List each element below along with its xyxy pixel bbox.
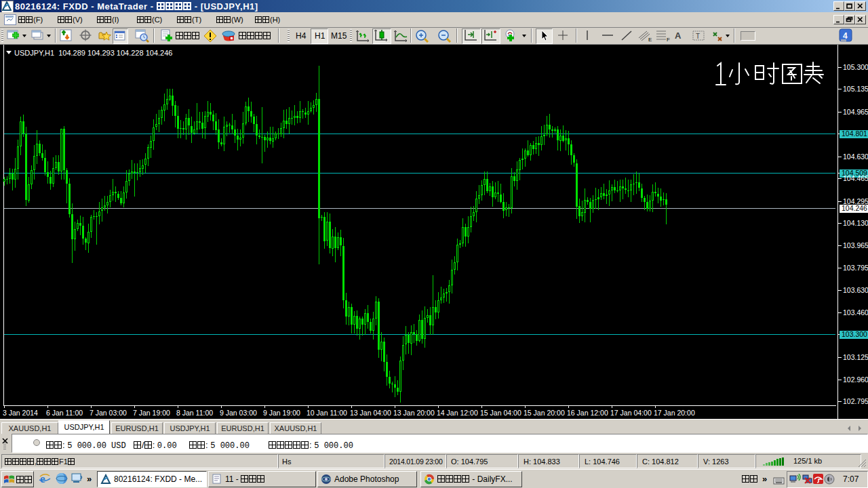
- svg-text:4: 4: [843, 31, 848, 41]
- svg-text:T: T: [696, 33, 700, 40]
- svg-text:F: F: [667, 37, 670, 43]
- svg-text:E: E: [648, 37, 652, 43]
